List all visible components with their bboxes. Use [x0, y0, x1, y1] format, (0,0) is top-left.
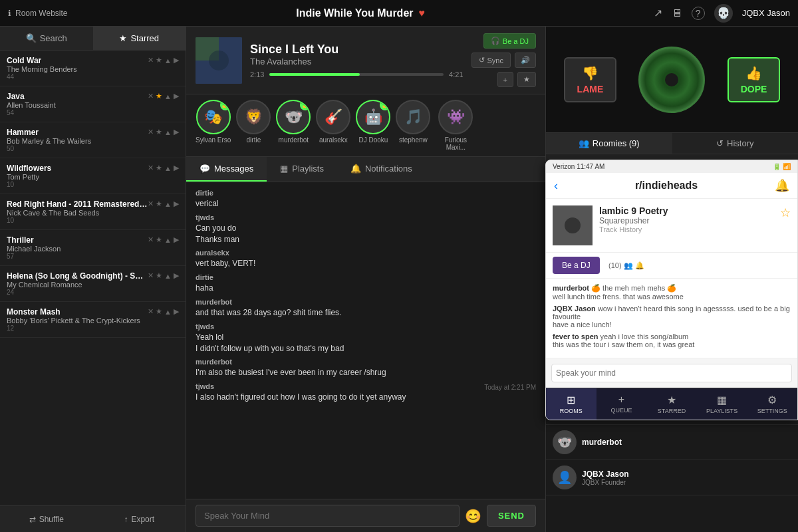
playlists-icon: ▦ — [280, 164, 288, 174]
star-track-icon[interactable]: ☆ — [780, 205, 791, 245]
star-icon[interactable]: ★ — [156, 235, 162, 244]
avatar-item[interactable]: 🎵 stephenw — [396, 100, 430, 151]
list-item[interactable]: Hammer Bob Marley & The Wailers 50 ✕ ★ ▲… — [0, 122, 186, 158]
up-icon[interactable]: ▲ — [164, 308, 172, 316]
avatar-circle: 🎵 — [396, 100, 430, 134]
user-avatar[interactable]: 💀 — [714, 4, 733, 23]
list-item[interactable]: Thriller Michael Jackson 57 ✕ ★ ▲ ▶ — [0, 230, 186, 266]
avatar-item[interactable]: 👾 Furious Maxi... — [436, 100, 475, 151]
up-icon[interactable]: ▲ — [164, 128, 172, 136]
up-icon[interactable]: ▲ — [164, 272, 172, 280]
remove-icon[interactable]: ✕ — [148, 235, 154, 244]
play-icon[interactable]: ▶ — [174, 307, 179, 316]
username-label: JQBX Jason — [742, 8, 790, 18]
roomie-item[interactable]: 🐨 murderbot — [546, 425, 798, 460]
up-icon[interactable]: ▲ — [164, 92, 172, 100]
star-icon[interactable]: ★ — [156, 164, 162, 172]
thumbs-up-badge: 👍 — [220, 100, 231, 110]
play-icon[interactable]: ▶ — [174, 92, 179, 100]
popup-tab-queue[interactable]: + QUEUE — [597, 388, 647, 420]
up-icon[interactable]: ▲ — [164, 164, 172, 172]
roomie-item[interactable]: 👤 JQBX Jason JQBX Founder — [546, 460, 798, 495]
popup-tab-playlists[interactable]: ▦ PLAYLISTS — [697, 388, 747, 420]
lame-button[interactable]: 👎 LAME — [564, 57, 617, 102]
time-current: 2:13 — [250, 70, 264, 78]
up-icon[interactable]: ▲ — [164, 200, 172, 208]
room-website-link[interactable]: ℹ Room Website — [8, 9, 67, 18]
send-button[interactable]: SEND — [487, 505, 536, 527]
song-list: Cold War The Morning Benders 44 ✕ ★ ▲ ▶ … — [0, 51, 186, 505]
tab-notifications[interactable]: 🔔 Notifications — [337, 157, 426, 182]
avatar-item[interactable]: 🦁 dirtie — [236, 100, 271, 151]
remove-icon[interactable]: ✕ — [148, 307, 154, 316]
tab-playlists[interactable]: ▦ Playlists — [267, 157, 337, 182]
thumbs-up-icon: 👍 — [745, 65, 762, 81]
message-group: murderbot and that was 28 days ago? shit… — [196, 298, 536, 319]
play-icon[interactable]: ▶ — [174, 56, 179, 65]
roomie-avatar: 👤 — [553, 466, 577, 489]
up-icon[interactable]: ▲ — [164, 57, 172, 65]
avatar-item[interactable]: 🤖 👍 DJ Dooku — [356, 100, 390, 151]
popup-be-dj-button[interactable]: Be a DJ — [553, 257, 600, 274]
tab-history[interactable]: ↺ History — [672, 133, 799, 154]
back-icon[interactable]: ‹ — [554, 179, 558, 193]
export-button[interactable]: ↑ Export — [93, 506, 186, 532]
remove-icon[interactable]: ✕ — [148, 128, 154, 136]
monitor-icon[interactable]: 🖥 — [672, 7, 682, 19]
starred-icon: ★ — [667, 394, 676, 406]
progress-bar[interactable] — [269, 73, 444, 76]
tab-starred[interactable]: ★ Starred — [93, 27, 186, 50]
shuffle-button[interactable]: ⇄ Shuffle — [0, 506, 93, 532]
play-icon[interactable]: ▶ — [174, 128, 179, 136]
play-icon[interactable]: ▶ — [174, 271, 179, 280]
play-icon[interactable]: ▶ — [174, 200, 179, 208]
remove-icon[interactable]: ✕ — [148, 271, 154, 280]
list-item[interactable]: Cold War The Morning Benders 44 ✕ ★ ▲ ▶ — [0, 51, 186, 86]
star-track-button[interactable]: ★ — [517, 72, 536, 87]
play-icon[interactable]: ▶ — [174, 235, 179, 244]
star-icon[interactable]: ★ — [156, 92, 162, 100]
popup-tab-settings[interactable]: ⚙ SETTINGS — [747, 388, 797, 420]
star-icon[interactable]: ★ — [156, 200, 162, 208]
track-controls: 🎧 Be a DJ ↺ Sync 🔊 + ★ — [471, 33, 536, 87]
star-icon[interactable]: ★ — [156, 56, 162, 65]
remove-icon[interactable]: ✕ — [148, 164, 154, 172]
list-item[interactable]: Wildflowers Tom Petty 10 ✕ ★ ▲ ▶ — [0, 158, 186, 194]
volume-button[interactable]: 🔊 — [515, 53, 536, 68]
popup-chat-input[interactable] — [551, 364, 792, 382]
remove-icon[interactable]: ✕ — [148, 92, 154, 100]
bell-icon[interactable]: 🔔 — [775, 178, 789, 193]
star-icon[interactable]: ★ — [156, 271, 162, 280]
tab-messages[interactable]: 💬 Messages — [186, 157, 267, 182]
remove-icon[interactable]: ✕ — [148, 56, 154, 65]
vote-area: 👎 LAME 👍 DOPE — [546, 27, 798, 133]
star-icon[interactable]: ★ — [156, 128, 162, 136]
up-icon[interactable]: ▲ — [164, 236, 172, 244]
avatar-item[interactable]: 🎸 auralsekx — [316, 100, 350, 151]
chat-input[interactable] — [196, 505, 460, 527]
be-dj-button[interactable]: 🎧 Be a DJ — [483, 33, 536, 49]
share-icon[interactable]: ↗ — [654, 7, 662, 19]
rooms-icon: ⊞ — [567, 394, 575, 406]
list-item[interactable]: Monster Mash Bobby 'Boris' Pickett & The… — [0, 302, 186, 338]
help-icon[interactable]: ? — [692, 7, 705, 20]
tab-roomies[interactable]: 👥 Roomies (9) — [546, 133, 672, 154]
message-group: dirtie verical — [196, 189, 536, 209]
list-item[interactable]: Red Right Hand - 2011 Remastered Version… — [0, 194, 186, 230]
remove-icon[interactable]: ✕ — [148, 200, 154, 208]
list-item[interactable]: Java Allen Toussaint 54 ✕ ★ ▲ ▶ — [0, 86, 186, 122]
sync-button[interactable]: ↺ Sync — [471, 53, 511, 68]
popup-tab-rooms[interactable]: ⊞ ROOMS — [546, 388, 597, 420]
avatar-item[interactable]: 🐨 👍 murderbot — [276, 100, 311, 151]
list-item[interactable]: Helena (So Long & Goodnight) - So Long &… — [0, 266, 186, 302]
avatar-circle: 👾 — [438, 100, 473, 134]
play-icon[interactable]: ▶ — [174, 164, 179, 172]
tab-search[interactable]: 🔍 Search — [0, 27, 93, 50]
popup-tab-starred[interactable]: ★ STARRED — [646, 388, 697, 420]
dope-button[interactable]: 👍 DOPE — [728, 57, 781, 102]
star-icon[interactable]: ★ — [156, 307, 162, 316]
emoji-icon[interactable]: 😊 — [465, 508, 481, 524]
add-button[interactable]: + — [497, 72, 513, 87]
popup-status-bar: Verizon 11:47 AM 🔋 📶 — [546, 160, 797, 173]
avatar-item[interactable]: 🎭 👍 Sylvan Erso — [196, 100, 231, 151]
